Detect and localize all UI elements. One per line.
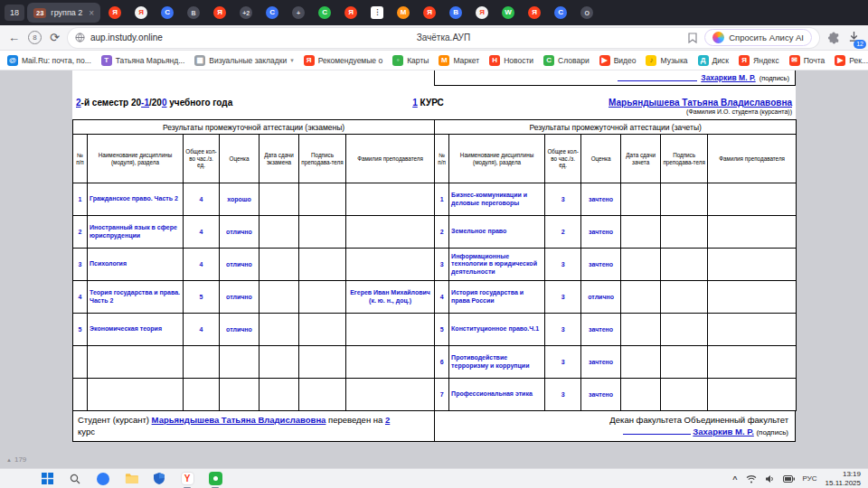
downloads-button[interactable]: 12 bbox=[848, 30, 860, 46]
taskbar-file-explorer[interactable] bbox=[124, 472, 138, 486]
bookmark-item[interactable]: ДДиск bbox=[698, 55, 729, 66]
cell-hours: 4 bbox=[184, 314, 220, 346]
cell-discipline: Конституционное право.Ч.1 bbox=[449, 314, 545, 346]
cell-date bbox=[621, 183, 661, 216]
browser-tab[interactable]: +2 bbox=[234, 3, 258, 23]
browser-tab[interactable]: Я bbox=[129, 3, 153, 23]
bookmark-flag-icon[interactable] bbox=[688, 33, 697, 43]
transfer-suffix: курс bbox=[78, 427, 95, 436]
url-text[interactable]: aup.instudy.online bbox=[90, 33, 163, 42]
wifi-icon[interactable] bbox=[746, 474, 757, 483]
cell-teacher bbox=[708, 183, 797, 216]
active-tab[interactable]: 23 группа 2 × bbox=[27, 3, 100, 23]
cell-grade: зачтено bbox=[581, 183, 621, 216]
cell-teacher bbox=[708, 346, 797, 379]
cell-num: 4 bbox=[73, 281, 88, 314]
clock[interactable]: 13:19 15.11.2025 bbox=[826, 470, 861, 488]
bookmark-item[interactable]: ▶Рек... bbox=[835, 55, 868, 66]
table-row bbox=[73, 379, 435, 411]
browser-tab[interactable]: Я bbox=[523, 3, 546, 23]
like-counter-widget[interactable]: ▲ 179 bbox=[6, 455, 26, 464]
bookmark-item[interactable]: ЯЯндекс bbox=[739, 55, 779, 66]
browser-tab[interactable]: Я bbox=[208, 3, 231, 23]
dean-name: Захаркив М. Р. bbox=[693, 427, 753, 436]
semester-line: 2-й семестр 20-1/200 учебного года bbox=[76, 98, 412, 108]
bookmark-folder-visual-bookmarks[interactable]: ▦Визуальные закладки▾ bbox=[194, 55, 293, 66]
cell-date bbox=[259, 281, 299, 314]
chevron-down-icon: ▾ bbox=[290, 57, 294, 64]
address-bar[interactable]: aup.instudy.online Зачётка.АУП Спросить … bbox=[68, 28, 819, 48]
alice-icon bbox=[712, 32, 724, 43]
browser-toolbar: ← 8 ⟳ aup.instudy.online Зачётка.АУП Спр… bbox=[0, 25, 868, 51]
taskbar-app-browser-blue[interactable] bbox=[96, 472, 110, 486]
cell-hours: 5 bbox=[184, 281, 220, 314]
taskbar-search-button[interactable] bbox=[68, 472, 82, 486]
bookmark-item[interactable]: ССловари bbox=[543, 55, 590, 66]
bookmark-item[interactable]: ННовости bbox=[489, 55, 533, 66]
browser-tab[interactable]: О bbox=[575, 3, 599, 23]
cell-date bbox=[621, 281, 661, 314]
browser-tab[interactable]: В bbox=[182, 3, 205, 23]
taskbar-green-app[interactable] bbox=[208, 472, 222, 486]
browser-tab[interactable]: М bbox=[392, 3, 415, 23]
tray-expand-button[interactable]: ^ bbox=[732, 474, 737, 483]
download-count-badge: 12 bbox=[854, 40, 866, 49]
browser-tab[interactable]: В bbox=[444, 3, 467, 23]
ask-alice-button[interactable]: Спросить Алису AI bbox=[704, 29, 812, 46]
browser-tab[interactable]: C bbox=[260, 3, 284, 23]
browser-tab[interactable]: Я bbox=[470, 3, 494, 23]
cell-grade: зачтено bbox=[581, 216, 621, 249]
taskbar-yandex-browser[interactable]: Y bbox=[180, 472, 194, 486]
extensions-puzzle-icon[interactable] bbox=[827, 32, 840, 44]
back-button[interactable]: ← bbox=[8, 32, 20, 43]
green-app-icon bbox=[209, 472, 222, 485]
signature-caption: (подпись) bbox=[760, 74, 789, 82]
browser-tab[interactable]: C bbox=[549, 3, 572, 23]
browser-tab[interactable]: Я bbox=[418, 3, 441, 23]
bookmark-item[interactable]: ▶Видео bbox=[599, 55, 637, 66]
bookmark-item[interactable]: ЯРекомендуемые о bbox=[304, 55, 382, 66]
browser-tab[interactable]: + bbox=[287, 3, 310, 23]
system-tray: ^ РУС 13:19 15.11.2025 bbox=[732, 470, 861, 488]
student-transfer-line: Студент (курсант) Марьяндышева Татьяна В… bbox=[73, 411, 435, 441]
browser-tab[interactable]: W bbox=[496, 3, 520, 23]
browser-tab[interactable]: C bbox=[313, 3, 336, 23]
previous-section-footer: Захаркив М. Р. (подпись) bbox=[72, 70, 796, 86]
close-tab-icon[interactable]: × bbox=[89, 8, 94, 18]
language-indicator[interactable]: РУС bbox=[803, 474, 817, 483]
cell-grade: зачтено bbox=[581, 314, 621, 346]
bookmark-item[interactable]: ♪Музыка bbox=[646, 55, 687, 66]
header-cell: Наименование дисциплины (модуля), раздел… bbox=[449, 135, 545, 183]
bookmark-label: Маркет bbox=[453, 56, 479, 65]
bookmark-label: Диск bbox=[712, 56, 729, 65]
browser-tab[interactable]: Я bbox=[103, 3, 127, 23]
tab-strip: 18 23 группа 2 × Я Я C В Я +2 C + C Я ⋮ … bbox=[0, 0, 868, 25]
tab-favicon-icon: В bbox=[187, 6, 200, 19]
cell-discipline: Теория государства и права. Часть 2 bbox=[88, 281, 184, 314]
start-button[interactable] bbox=[40, 472, 54, 486]
bookmark-label: Видео bbox=[614, 56, 637, 65]
cell-signature bbox=[661, 183, 708, 216]
bookmark-label: Музыка bbox=[660, 56, 687, 65]
bookmark-item[interactable]: ММаркет bbox=[439, 55, 479, 66]
bookmark-item[interactable]: ◦Карты bbox=[392, 55, 429, 66]
bookmark-item[interactable]: ✉Почта bbox=[789, 55, 826, 66]
browser-tab[interactable]: Я bbox=[339, 3, 363, 23]
exams-table-title: Результаты промежуточной аттестации (экз… bbox=[73, 120, 435, 135]
taskbar-security-app[interactable] bbox=[152, 472, 166, 486]
cell-hours: 3 bbox=[545, 379, 581, 411]
bookmark-item[interactable]: ТТатьяна Марьянд... bbox=[101, 55, 184, 66]
reload-button[interactable]: ⟳ bbox=[50, 32, 60, 43]
maps-pin-icon: ◦ bbox=[392, 55, 403, 66]
cell-discipline: Профессиональная этика bbox=[449, 379, 545, 411]
browser-tab[interactable]: C bbox=[156, 3, 179, 23]
semester-headline: 2-й семестр 20-1/200 учебного года 1 КУР… bbox=[72, 86, 796, 119]
taskbar: Y ^ РУС 13:19 15.11.2025 bbox=[0, 468, 868, 488]
battery-icon[interactable] bbox=[783, 475, 795, 483]
browser-tab[interactable]: ⋮ bbox=[365, 3, 389, 23]
tab-counter-button[interactable]: 18 bbox=[5, 5, 24, 21]
extension-badge-icon[interactable]: 8 bbox=[28, 31, 42, 44]
volume-icon[interactable] bbox=[765, 474, 775, 483]
bookmark-item[interactable]: @Mail.Ru: почта, по... bbox=[7, 55, 91, 66]
cell-grade: отлично bbox=[220, 281, 259, 314]
